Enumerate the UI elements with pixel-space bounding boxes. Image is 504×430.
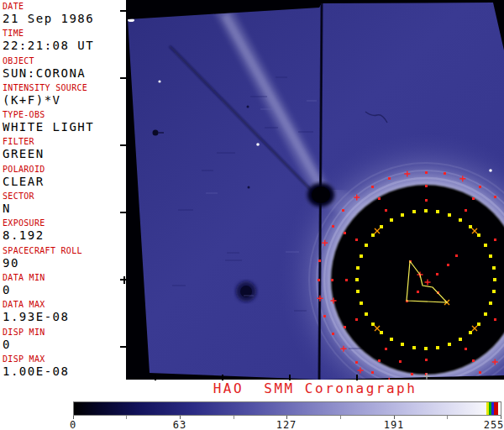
field-value: 22:21:08 UT xyxy=(3,39,126,53)
fiducial-tick xyxy=(356,375,358,380)
fiducial-tick xyxy=(123,276,125,284)
smm-coronagraph-viewer: DATE 21 Sep 1986 TIME 22:21:08 UT OBJECT… xyxy=(0,0,504,430)
metadata-field-object: OBJECT SUN:CORONA xyxy=(0,56,126,83)
field-value: 1.00E-08 xyxy=(3,364,126,379)
coronagraph-image xyxy=(126,0,504,380)
pylon-blob xyxy=(307,183,334,207)
field-label: DISP MIN xyxy=(3,328,126,337)
image-title: HAO SMM Coronagraph xyxy=(126,380,504,397)
fiducial-tick xyxy=(120,77,128,79)
field-label: TIME xyxy=(3,29,126,38)
metadata-field-data-min: DATA MIN 0 xyxy=(0,273,126,300)
colorbar-tick-label: 0 xyxy=(70,419,76,430)
field-value: 8.192 xyxy=(3,228,126,243)
colorbar-minor-tick xyxy=(447,416,448,419)
field-value: WHITE LIGHT xyxy=(3,120,126,134)
colorbar-tick-label: 255 xyxy=(484,419,504,430)
metadata-field-type-obs: TYPE-OBS WHITE LIGHT xyxy=(0,110,126,137)
field-label: SECTOR xyxy=(3,191,126,201)
field-label: FILTER xyxy=(3,137,126,146)
coronagraph-image-canvas xyxy=(126,0,504,380)
fiducial-tick xyxy=(120,212,128,213)
colorbar-tick-label: 63 xyxy=(173,419,186,430)
field-label: OBJECT xyxy=(3,56,126,66)
field-label: POLAROID xyxy=(3,165,126,174)
field-value: CLEAR xyxy=(3,175,126,189)
intensity-colorbar xyxy=(73,401,501,416)
field-label: DATA MIN xyxy=(3,273,126,282)
metadata-field-data-max: DATA MAX 1.93E-08 xyxy=(0,300,126,327)
metadata-field-time: TIME 22:21:08 UT xyxy=(0,29,126,55)
metadata-panel: DATE 21 Sep 1986 TIME 22:21:08 UT OBJECT… xyxy=(0,0,126,380)
field-label: EXPOSURE xyxy=(3,218,126,228)
field-value: 0 xyxy=(3,283,126,297)
field-value: GREEN xyxy=(3,147,126,161)
fiducial-tick xyxy=(222,375,223,380)
field-label: DISP MAX xyxy=(3,354,126,364)
fiducial-tick xyxy=(120,144,128,146)
field-value: (K+F)*V xyxy=(3,93,126,108)
field-value: N xyxy=(3,202,126,216)
metadata-field-exposure: EXPOSURE 8.192 xyxy=(0,218,126,245)
fiducial-tick xyxy=(155,375,156,380)
field-label: INTENSITY SOURCE xyxy=(3,83,126,92)
field-label: SPACECRAFT ROLL xyxy=(3,246,126,255)
colorbar-tick-label: 191 xyxy=(384,419,405,430)
field-label: TYPE-OBS xyxy=(3,110,126,119)
field-label: DATA MAX xyxy=(3,300,126,309)
colorbar-minor-tick xyxy=(126,416,127,419)
metadata-field-date: DATE 21 Sep 1986 xyxy=(0,2,126,29)
field-label: DATE xyxy=(3,2,126,11)
metadata-field-sector: SECTOR N xyxy=(0,191,126,218)
metadata-field-spacecraft-roll: SPACECRAFT ROLL 90 xyxy=(0,246,126,273)
colorbar-minor-tick xyxy=(340,416,341,419)
metadata-field-intensity-source: INTENSITY SOURCE (K+F)*V xyxy=(0,83,126,110)
metadata-field-disp-max: DISP MAX 1.00E-08 xyxy=(0,354,126,381)
field-value: 0 xyxy=(3,338,126,352)
metadata-field-filter: FILTER GREEN xyxy=(0,137,126,164)
colorbar-saturation-stripe xyxy=(494,402,498,415)
field-value: 90 xyxy=(3,256,126,270)
fiducial-tick xyxy=(120,10,128,12)
colorbar-tick-label: 127 xyxy=(276,419,297,430)
metadata-field-disp-min: DISP MIN 0 xyxy=(0,328,126,354)
fiducial-tick xyxy=(289,375,291,380)
metadata-field-polaroid: POLAROID CLEAR xyxy=(0,165,126,191)
field-value: SUN:CORONA xyxy=(3,66,126,81)
fiducial-tick xyxy=(120,346,128,348)
field-value: 1.93E-08 xyxy=(3,310,126,324)
colorbar-minor-tick xyxy=(234,416,234,419)
field-value: 21 Sep 1986 xyxy=(3,12,126,26)
